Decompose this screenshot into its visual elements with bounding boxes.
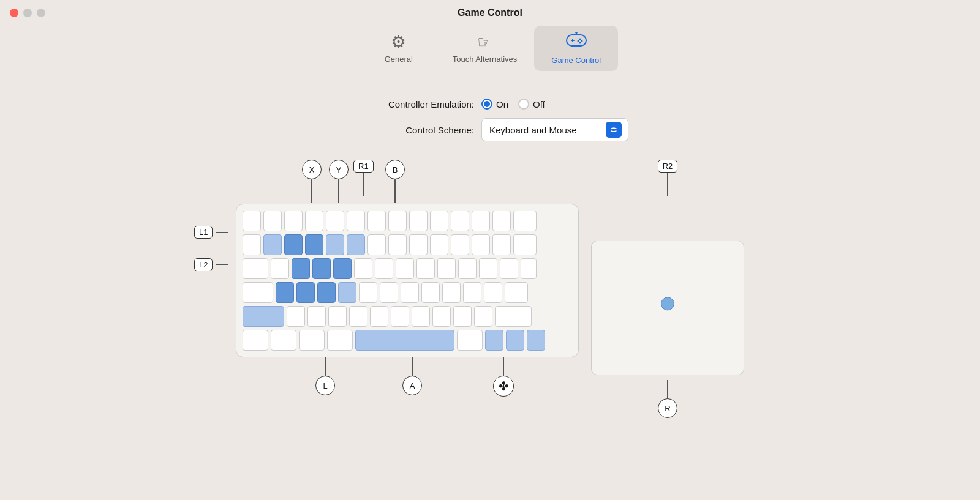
- svg-point-4: [581, 40, 582, 42]
- x-badge: X: [302, 160, 322, 179]
- dpad-label: ✤: [493, 357, 514, 397]
- dropdown-arrow-icon: [606, 122, 622, 138]
- key-period: [453, 306, 472, 327]
- minimize-button[interactable]: [23, 9, 32, 17]
- title-bar: Game Control: [0, 0, 980, 17]
- key-esc: [243, 211, 261, 231]
- key-f6: [368, 211, 386, 231]
- trackpad-body: [591, 241, 744, 375]
- key-fn: [243, 330, 268, 351]
- x-label: X: [302, 160, 322, 203]
- close-button[interactable]: [10, 9, 18, 17]
- key-z: [287, 306, 305, 327]
- key-f3: [305, 211, 323, 231]
- key-cmd-l: [327, 330, 353, 351]
- tab-game-control[interactable]: Game Control: [534, 26, 618, 71]
- key-o: [437, 258, 456, 279]
- key-2: [284, 234, 303, 255]
- diagram-outer: L1 L2 X Y: [0, 160, 980, 418]
- emulation-off-label: Off: [533, 99, 545, 110]
- key-8: [409, 234, 428, 255]
- key-f7: [388, 211, 407, 231]
- key-f: [338, 282, 356, 303]
- window-controls: [10, 9, 45, 17]
- key-4: [326, 234, 344, 255]
- tab-touch-alternatives[interactable]: ☞ Touch Alternatives: [435, 28, 535, 70]
- r2-label-container: R2: [658, 160, 678, 204]
- key-p: [458, 258, 477, 279]
- key-1: [263, 234, 282, 255]
- side-labels: L1 L2: [194, 226, 228, 271]
- key-c: [328, 306, 347, 327]
- r2-line: [667, 173, 668, 196]
- emulation-row: Controller Emulation: On Off: [352, 99, 545, 110]
- key-space: [355, 330, 454, 351]
- key-l: [442, 282, 461, 303]
- key-f1: [263, 211, 282, 231]
- l1-badge: L1: [194, 226, 213, 239]
- key-u: [396, 258, 414, 279]
- key-r: [333, 258, 352, 279]
- maximize-button[interactable]: [37, 9, 45, 17]
- key-left: [485, 330, 503, 351]
- key-f10: [451, 211, 469, 231]
- key-v: [349, 306, 368, 327]
- r-badge: R: [658, 398, 677, 418]
- key-6: [368, 234, 386, 255]
- emulation-on-radio[interactable]: [481, 99, 492, 110]
- a-badge: A: [402, 376, 422, 395]
- l2-badge: L2: [194, 258, 213, 271]
- key-5: [347, 234, 365, 255]
- l-label: L: [315, 357, 335, 395]
- r1-line: [363, 173, 364, 196]
- key-f8: [409, 211, 428, 231]
- r-label-container: R: [658, 380, 677, 418]
- control-scheme-label: Control Scheme:: [352, 125, 474, 135]
- trackpad-section: R2 R: [591, 160, 744, 418]
- emulation-on-option[interactable]: On: [481, 99, 508, 110]
- key-0: [451, 234, 469, 255]
- key-semi: [463, 282, 481, 303]
- key-f5: [347, 211, 365, 231]
- l2-label: L2: [194, 258, 228, 271]
- svg-point-6: [579, 42, 581, 44]
- control-scheme-dropdown[interactable]: Keyboard and Mouse: [481, 118, 628, 141]
- l-badge: L: [315, 376, 335, 395]
- key-tab: [243, 258, 268, 279]
- key-y: [375, 258, 393, 279]
- a-line: [412, 357, 413, 376]
- key-ctrl: [271, 330, 296, 351]
- tab-general[interactable]: ⚙ General: [362, 28, 435, 70]
- r1-badge: R1: [353, 160, 374, 173]
- svg-point-5: [577, 40, 579, 42]
- tab-touch-label: Touch Alternatives: [453, 54, 518, 64]
- key-delete: [513, 211, 537, 231]
- key-rbracket: [500, 258, 518, 279]
- key-return: [505, 282, 528, 303]
- key-d: [317, 282, 336, 303]
- emulation-radio-group: On Off: [481, 99, 545, 110]
- emulation-off-radio[interactable]: [518, 99, 529, 110]
- key-n: [391, 306, 409, 327]
- key-backslash: [521, 258, 537, 279]
- key-up-down: [506, 330, 524, 351]
- key-g: [359, 282, 377, 303]
- l2-line: [216, 264, 228, 266]
- hand-icon: ☞: [477, 34, 492, 51]
- l1-line: [216, 232, 228, 233]
- key-3: [305, 234, 323, 255]
- trackpad-dot: [661, 297, 674, 310]
- key-7: [388, 234, 407, 255]
- gear-icon: ⚙: [391, 34, 406, 51]
- key-equal: [492, 234, 511, 255]
- key-s: [296, 282, 315, 303]
- emulation-off-option[interactable]: Off: [518, 99, 545, 110]
- key-caps: [243, 282, 273, 303]
- y-label: Y: [329, 160, 349, 203]
- key-j: [401, 282, 419, 303]
- key-slash: [474, 306, 492, 327]
- l-line: [325, 357, 326, 376]
- key-row-3: [243, 258, 572, 279]
- key-cmd-r: [457, 330, 483, 351]
- settings-section: Controller Emulation: On Off Control Sch…: [352, 99, 628, 141]
